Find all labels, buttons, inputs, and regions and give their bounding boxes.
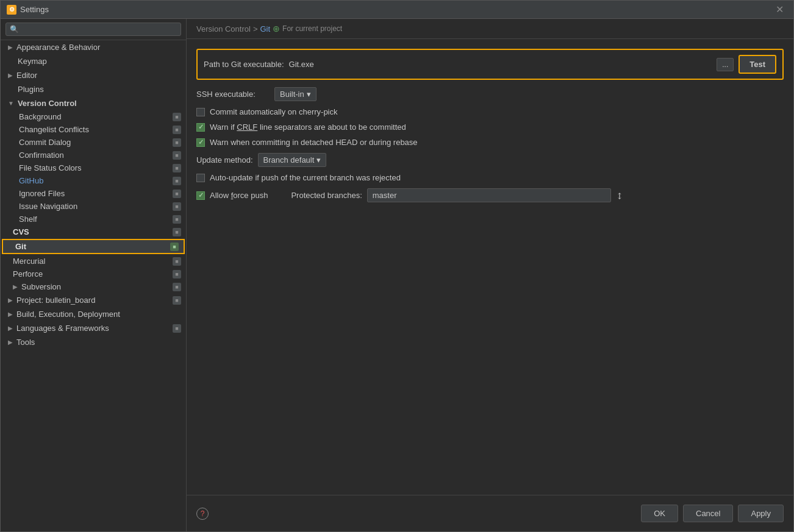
apply-button[interactable]: Apply — [738, 505, 784, 522]
badge-confirmation: ■ — [173, 151, 181, 160]
force-push-checkbox[interactable] — [196, 191, 205, 200]
expand-icon[interactable]: ⤢ — [613, 190, 626, 202]
sidebar-item-confirmation[interactable]: Confirmation ■ — [1, 149, 186, 161]
sidebar-label-build: Build, Execution, Deployment — [16, 310, 120, 319]
force-push-label: Allow force push — [210, 191, 268, 200]
sidebar-label-tools: Tools — [16, 338, 35, 347]
crlf-checkbox[interactable] — [196, 123, 205, 132]
chevron-right-icon: ▶ — [8, 44, 13, 51]
sidebar-label-languages: Languages & Frameworks — [16, 324, 109, 333]
sidebar-item-issue-nav[interactable]: Issue Navigation ■ — [1, 200, 186, 213]
badge-languages: ■ — [173, 324, 181, 333]
sidebar-item-git[interactable]: Git ■ — [2, 239, 185, 254]
badge-git: ■ — [170, 243, 179, 251]
badge-github: ■ — [173, 177, 181, 185]
sidebar-item-background[interactable]: Background ■ — [1, 110, 186, 123]
sidebar-item-keymap[interactable]: Keymap — [1, 54, 186, 68]
chevron-right-icon: ▶ — [8, 297, 13, 303]
settings-dialog: ⚙ Settings ✕ ▶ Appearance & Behavior Key… — [0, 0, 794, 532]
git-exe-browse-button[interactable]: ... — [717, 58, 734, 71]
git-exe-input[interactable] — [289, 60, 712, 69]
sidebar-item-mercurial[interactable]: Mercurial ■ — [1, 255, 186, 268]
update-chevron-icon: ▾ — [317, 155, 321, 165]
sidebar-item-github[interactable]: GitHub ■ — [1, 174, 186, 187]
badge-commit: ■ — [173, 138, 181, 147]
chevron-right-icon: ▶ — [8, 72, 13, 79]
sidebar-label-ignored: Ignored Files — [19, 189, 65, 198]
chevron-down-icon: ▼ — [8, 100, 14, 107]
protected-branches-input[interactable] — [367, 188, 611, 202]
protected-branches-label: Protected branches: — [291, 191, 362, 200]
badge-shelf: ■ — [173, 215, 181, 224]
badge-project: ■ — [173, 296, 181, 305]
sidebar-item-build[interactable]: ▶ Build, Execution, Deployment — [1, 307, 186, 321]
crlf-label: Warn if CRLF line separators are about t… — [210, 122, 406, 132]
crlf-underline: CRLF — [237, 122, 257, 132]
project-icon: ⊕ — [273, 24, 280, 34]
sidebar: ▶ Appearance & Behavior Keymap ▶ Editor … — [1, 19, 187, 531]
breadcrumb-git[interactable]: Git — [260, 24, 270, 34]
sidebar-item-tools[interactable]: ▶ Tools — [1, 335, 186, 349]
chevron-right-icon: ▶ — [13, 283, 18, 290]
update-method-label: Update method: — [196, 155, 253, 165]
help-button[interactable]: ? — [196, 508, 209, 520]
badge-changelist: ■ — [173, 126, 181, 134]
sidebar-label-issue-nav: Issue Navigation — [19, 202, 77, 211]
auto-update-row: Auto-update if push of the current branc… — [196, 173, 784, 182]
footer-buttons: OK Cancel Apply — [641, 505, 784, 522]
sidebar-item-commit-dialog[interactable]: Commit Dialog ■ — [1, 136, 186, 149]
badge-mercurial: ■ — [173, 257, 181, 266]
sidebar-label-commit-dialog: Commit Dialog — [19, 138, 71, 147]
settings-content: Path to Git executable: ... Test SSH exe… — [187, 39, 793, 495]
ssh-chevron-icon: ▾ — [307, 90, 311, 99]
sidebar-label-background: Background — [19, 112, 61, 121]
breadcrumb-vc[interactable]: Version Control — [196, 24, 251, 34]
cherry-pick-label: Commit automatically on cherry-pick — [210, 107, 338, 116]
ssh-row: SSH executable: Built-in ▾ — [196, 87, 784, 101]
badge-issuenav: ■ — [173, 202, 181, 211]
sidebar-item-languages[interactable]: ▶ Languages & Frameworks ■ — [1, 321, 186, 335]
update-method-dropdown[interactable]: Branch default ▾ — [258, 153, 327, 167]
ssh-dropdown[interactable]: Built-in ▾ — [274, 87, 317, 101]
badge-perforce: ■ — [173, 270, 181, 278]
force-push-row: Allow force push Protected branches: ⤢ — [196, 188, 784, 202]
breadcrumb-sep: > — [253, 24, 258, 34]
cancel-button[interactable]: Cancel — [683, 505, 733, 522]
sidebar-label-plugins: Plugins — [18, 85, 44, 94]
sidebar-label-github: GitHub — [19, 176, 43, 185]
sidebar-item-subversion[interactable]: ▶ Subversion ■ — [1, 280, 186, 293]
sidebar-item-editor[interactable]: ▶ Editor — [1, 68, 186, 82]
auto-update-checkbox[interactable] — [196, 174, 205, 182]
sidebar-item-shelf[interactable]: Shelf ■ — [1, 213, 186, 225]
sidebar-label-vc: Version Control — [18, 99, 77, 108]
sidebar-label-keymap: Keymap — [18, 57, 47, 66]
footer: ? OK Cancel Apply — [187, 495, 793, 531]
sidebar-label-cvs: CVS — [13, 227, 29, 236]
sidebar-label-changelist: Changelist Conflicts — [19, 125, 89, 134]
close-button[interactable]: ✕ — [772, 2, 787, 16]
sidebar-item-plugins[interactable]: Plugins — [1, 82, 186, 96]
main-content: ▶ Appearance & Behavior Keymap ▶ Editor … — [1, 19, 793, 531]
ssh-label: SSH executable: — [196, 90, 270, 99]
ok-button[interactable]: OK — [641, 505, 678, 522]
detached-checkbox[interactable] — [196, 138, 205, 147]
sidebar-item-ignored[interactable]: Ignored Files ■ — [1, 187, 186, 200]
chevron-right-icon: ▶ — [8, 311, 13, 317]
sidebar-item-project[interactable]: ▶ Project: bulletin_board ■ — [1, 293, 186, 307]
sidebar-item-file-status[interactable]: File Status Colors ■ — [1, 161, 186, 174]
test-button[interactable]: Test — [739, 55, 776, 74]
sidebar-label-appearance: Appearance & Behavior — [16, 43, 100, 52]
sidebar-item-cvs[interactable]: CVS ■ — [1, 225, 186, 238]
sidebar-item-version-control[interactable]: ▼ Version Control — [1, 96, 186, 110]
sidebar-item-changelist[interactable]: Changelist Conflicts ■ — [1, 123, 186, 136]
detached-label: Warn when committing in detached HEAD or… — [210, 138, 418, 147]
sidebar-label-git: Git — [15, 242, 26, 251]
cherry-pick-checkbox[interactable] — [196, 108, 205, 116]
search-input[interactable] — [5, 23, 181, 36]
git-executable-row: Path to Git executable: ... Test — [196, 49, 784, 80]
sidebar-label-mercurial: Mercurial — [13, 257, 45, 266]
sidebar-label-subversion: Subversion — [21, 282, 61, 291]
sidebar-item-appearance[interactable]: ▶ Appearance & Behavior — [1, 40, 186, 54]
sidebar-item-perforce[interactable]: Perforce ■ — [1, 268, 186, 280]
badge-filestatus: ■ — [173, 164, 181, 172]
